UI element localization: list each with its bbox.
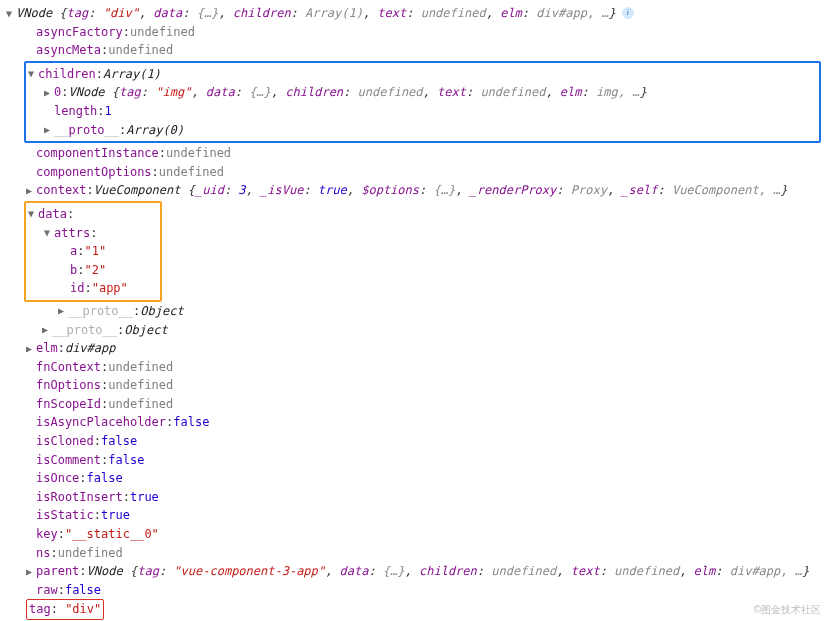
- attr-b[interactable]: b: "2": [26, 261, 156, 280]
- prop-ns[interactable]: ns: undefined: [6, 544, 821, 563]
- prop-isAsyncPlaceholder[interactable]: isAsyncPlaceholder: false: [6, 413, 821, 432]
- watermark-text: ©图金技术社区: [754, 602, 821, 618]
- prop-proto-array[interactable]: ▶__proto__: Array(0): [26, 121, 819, 140]
- prop-attrs[interactable]: ▼attrs:: [26, 224, 156, 243]
- prop-isOnce[interactable]: isOnce: false: [6, 469, 821, 488]
- prop-asyncFactory[interactable]: asyncFactory: undefined: [6, 23, 821, 42]
- info-icon[interactable]: i: [622, 7, 634, 19]
- arrow-right-icon[interactable]: ▶: [58, 303, 68, 319]
- prop-parent[interactable]: ▶parent: VNode {tag: "vue-component-3-ap…: [6, 562, 821, 581]
- arrow-down-icon[interactable]: ▼: [44, 225, 54, 241]
- children-highlight-box: ▼children: Array(1) ▶0: VNode {tag: "img…: [24, 61, 821, 143]
- arrow-right-icon[interactable]: ▶: [26, 564, 36, 580]
- vnode-root[interactable]: ▼ VNode {tag: "div", data: {…}, children…: [6, 4, 821, 23]
- prop-isCloned[interactable]: isCloned: false: [6, 432, 821, 451]
- tag-highlight-box: tag: "div": [26, 599, 104, 620]
- prop-proto-2[interactable]: ▶__proto__: Object: [6, 321, 821, 340]
- arrow-down-icon[interactable]: ▼: [28, 206, 38, 222]
- prop-length[interactable]: length: 1: [26, 102, 819, 121]
- prop-proto-1[interactable]: ▶__proto__: Object: [6, 302, 821, 321]
- attr-a[interactable]: a: "1": [26, 242, 156, 261]
- attr-id[interactable]: id: "app": [26, 279, 156, 298]
- prop-componentInstance[interactable]: componentInstance: undefined: [6, 144, 821, 163]
- prop-children[interactable]: ▼children: Array(1): [26, 65, 819, 84]
- prop-elm[interactable]: ▶elm: div#app: [6, 339, 821, 358]
- prop-componentOptions[interactable]: componentOptions: undefined: [6, 163, 821, 182]
- prop-fnOptions[interactable]: fnOptions: undefined: [6, 376, 821, 395]
- arrow-down-icon[interactable]: ▼: [28, 66, 38, 82]
- prop-isRootInsert[interactable]: isRootInsert: true: [6, 488, 821, 507]
- prop-isStatic[interactable]: isStatic: true: [6, 506, 821, 525]
- prop-data[interactable]: ▼data:: [26, 205, 156, 224]
- prop-isComment[interactable]: isComment: false: [6, 451, 821, 470]
- data-highlight-box: ▼data: ▼attrs: a: "1" b: "2" id: "app": [24, 201, 162, 302]
- prop-raw[interactable]: raw: false: [6, 581, 821, 600]
- prop-context[interactable]: ▶context: VueComponent {_uid: 3, _isVue:…: [6, 181, 821, 200]
- arrow-right-icon[interactable]: ▶: [26, 341, 36, 357]
- prop-fnContext[interactable]: fnContext: undefined: [6, 358, 821, 377]
- class-name: VNode: [16, 6, 52, 20]
- prop-asyncMeta[interactable]: asyncMeta: undefined: [6, 41, 821, 60]
- prop-fnScopeId[interactable]: fnScopeId: undefined: [6, 395, 821, 414]
- children-item-0[interactable]: ▶0: VNode {tag: "img", data: {…}, childr…: [26, 83, 819, 102]
- arrow-down-icon[interactable]: ▼: [6, 6, 16, 22]
- arrow-right-icon[interactable]: ▶: [44, 85, 54, 101]
- prop-key[interactable]: key: "__static__0": [6, 525, 821, 544]
- prop-tag[interactable]: tag: "div": [6, 599, 821, 620]
- arrow-right-icon[interactable]: ▶: [26, 183, 36, 199]
- arrow-right-icon[interactable]: ▶: [44, 122, 54, 138]
- arrow-right-icon[interactable]: ▶: [42, 322, 52, 338]
